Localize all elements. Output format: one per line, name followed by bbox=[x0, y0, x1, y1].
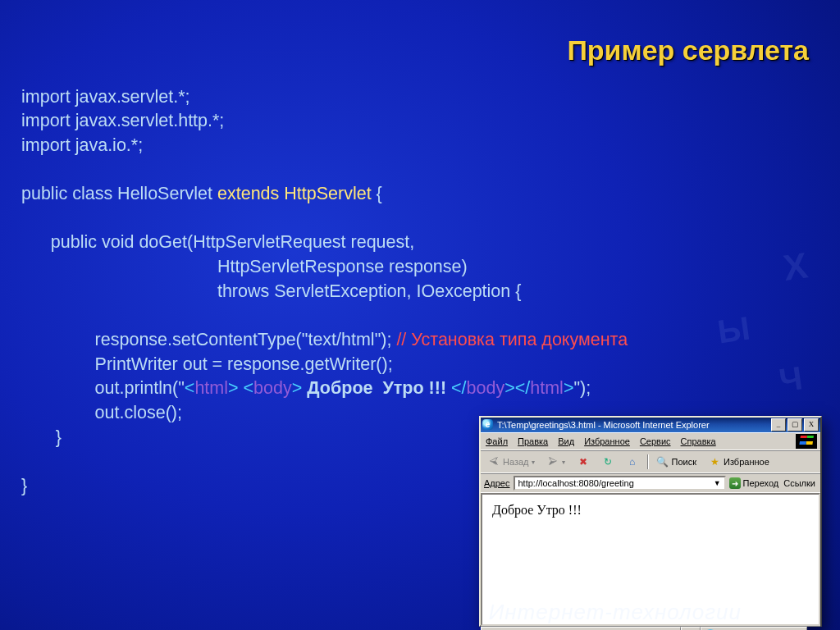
menu-edit[interactable]: Правка bbox=[518, 436, 548, 446]
go-button[interactable]: ➜ Переход bbox=[729, 477, 779, 489]
tag-close: > bbox=[228, 378, 239, 398]
menu-help[interactable]: Справка bbox=[681, 436, 716, 446]
search-icon: 🔍 bbox=[656, 455, 669, 468]
toolbar: ⮘ Назад ▾ ⮚ ▾ ✖ ↻ ⌂ 🔍 Поиск bbox=[481, 450, 820, 473]
tag-name: body bbox=[467, 378, 505, 398]
slide-root: Пример сервлета X Ы Ч У import javax.ser… bbox=[0, 0, 840, 630]
code-kw: extends HttpServlet bbox=[217, 184, 372, 203]
links-button[interactable]: Ссылки bbox=[782, 478, 817, 488]
bg-key: Ы bbox=[715, 309, 752, 350]
code-line: public class HelloServlet bbox=[21, 184, 217, 203]
search-button[interactable]: 🔍 Поиск bbox=[653, 454, 700, 470]
menu-favorites[interactable]: Избранное bbox=[584, 436, 630, 446]
tag-close: > bbox=[504, 378, 515, 398]
slide-title: Пример сервлета bbox=[567, 34, 809, 66]
status-zone: 🌐 Интернет bbox=[701, 627, 807, 630]
tag-close: > bbox=[292, 378, 303, 398]
back-label: Назад bbox=[503, 457, 529, 467]
refresh-button[interactable]: ↻ bbox=[598, 454, 618, 470]
code-line: out.println(" bbox=[21, 378, 185, 398]
status-gap bbox=[681, 627, 701, 630]
menu-tools[interactable]: Сервис bbox=[640, 436, 671, 446]
page-content: Доброе Утро !!! bbox=[481, 493, 820, 626]
maximize-button[interactable]: ▢ bbox=[788, 418, 802, 431]
stop-button[interactable]: ✖ bbox=[573, 454, 593, 470]
chevron-down-icon: ▾ bbox=[532, 459, 535, 466]
tag-open: </ bbox=[515, 378, 531, 398]
home-icon: ⌂ bbox=[626, 455, 639, 468]
home-button[interactable]: ⌂ bbox=[623, 454, 642, 470]
code-line: import javax.servlet.http.*; bbox=[21, 111, 224, 130]
address-label: Адрес bbox=[484, 478, 510, 488]
search-label: Поиск bbox=[672, 457, 696, 467]
code-line: public void doGet(HttpServletRequest req… bbox=[21, 232, 414, 252]
bg-key: X bbox=[780, 244, 810, 289]
code-line: } bbox=[21, 427, 62, 447]
titlebar: e T:\Temp\greetings\3.html - Microsoft I… bbox=[481, 418, 820, 432]
menu-view[interactable]: Вид bbox=[558, 436, 574, 446]
code-line: import java.io.*; bbox=[21, 135, 143, 155]
ie-window: e T:\Temp\greetings\3.html - Microsoft I… bbox=[479, 416, 822, 627]
code-line: response.setContentType("text/html"); bbox=[21, 330, 391, 349]
tag-name: body bbox=[253, 378, 292, 398]
code-line: throws ServletException, IOexception { bbox=[21, 281, 521, 301]
tag-name: html bbox=[530, 378, 564, 398]
window-title: T:\Temp\greetings\3.html - Microsoft Int… bbox=[497, 420, 771, 430]
tag-name: html bbox=[194, 378, 228, 398]
favorites-button[interactable]: ★ Избранное bbox=[705, 454, 773, 470]
address-value: http://localhost:8080/greeting bbox=[518, 478, 634, 488]
tag-open: < bbox=[244, 378, 254, 398]
favorites-label: Избранное bbox=[724, 457, 769, 467]
refresh-icon: ↻ bbox=[601, 455, 614, 468]
code-comment: // Установка типа документа bbox=[391, 330, 628, 349]
back-button[interactable]: ⮘ Назад ▾ bbox=[484, 454, 538, 470]
bg-key: Ч bbox=[777, 359, 805, 399]
stop-icon: ✖ bbox=[577, 455, 590, 468]
address-input[interactable]: http://localhost:8080/greeting ▼ bbox=[514, 476, 726, 491]
html-inner-text: Доброе Утро !!! bbox=[302, 378, 451, 398]
code-line: out.close(); bbox=[21, 403, 182, 422]
page-body-text: Доброе Утро !!! bbox=[492, 503, 582, 517]
address-bar: Адрес http://localhost:8080/greeting ▼ ➜… bbox=[481, 473, 820, 493]
ie-throbber bbox=[796, 434, 817, 449]
code-line: { bbox=[372, 184, 382, 203]
menu-file[interactable]: Файл bbox=[486, 436, 508, 446]
code-line: PrintWriter out = response.getWriter(); bbox=[21, 354, 393, 374]
code-line: import javax.servlet.*; bbox=[21, 87, 190, 107]
back-icon: ⮘ bbox=[487, 455, 500, 468]
code-line: } bbox=[21, 476, 27, 495]
code-line: "); bbox=[573, 378, 591, 398]
minimize-button[interactable]: _ bbox=[771, 418, 786, 431]
status-bar: ▤ Готово 🌐 Интернет bbox=[481, 626, 820, 630]
code-line: HttpServletResponse response) bbox=[21, 257, 468, 276]
chevron-down-icon: ▾ bbox=[562, 459, 565, 466]
go-label: Переход bbox=[743, 478, 779, 488]
close-button[interactable]: X bbox=[804, 418, 819, 431]
forward-button[interactable]: ⮚ ▾ bbox=[543, 454, 568, 470]
menubar: Файл Правка Вид Избранное Сервис Справка bbox=[481, 432, 820, 450]
toolbar-separator bbox=[647, 454, 648, 469]
tag-open: < bbox=[185, 378, 195, 398]
chevron-down-icon[interactable]: ▼ bbox=[714, 479, 721, 487]
forward-icon: ⮚ bbox=[546, 455, 559, 468]
status-left: ▤ Готово bbox=[481, 627, 681, 630]
go-icon: ➜ bbox=[729, 477, 741, 489]
tag-open: </ bbox=[451, 378, 467, 398]
star-icon: ★ bbox=[708, 455, 721, 468]
ie-icon: e bbox=[482, 419, 494, 431]
tag-close: > bbox=[564, 378, 574, 398]
